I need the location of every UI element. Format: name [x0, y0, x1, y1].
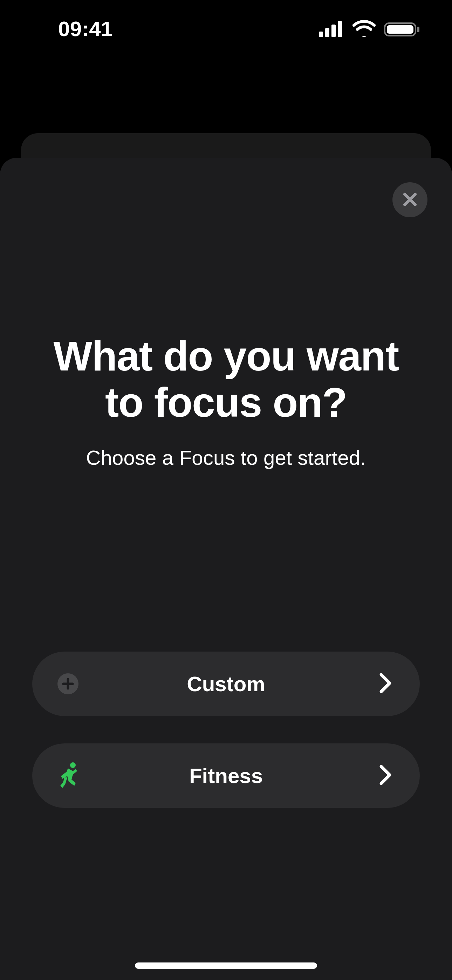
close-button[interactable] [392, 182, 428, 217]
svg-point-7 [70, 762, 76, 768]
focus-setup-sheet: What do you want to focus on? Choose a F… [0, 158, 452, 980]
chevron-right-icon [379, 673, 392, 695]
status-indicators [319, 20, 420, 37]
focus-options-list: Custom Fitness [32, 652, 420, 808]
battery-icon [384, 20, 420, 37]
focus-option-label: Custom [187, 672, 265, 696]
page-subtitle: Choose a Focus to get started. [32, 446, 420, 469]
svg-rect-1 [325, 28, 329, 37]
focus-option-fitness[interactable]: Fitness [32, 743, 420, 808]
status-time: 09:41 [58, 17, 113, 41]
svg-rect-2 [331, 24, 336, 37]
focus-option-label: Fitness [189, 764, 263, 788]
svg-rect-6 [417, 27, 419, 32]
svg-rect-3 [338, 21, 342, 37]
svg-rect-5 [387, 25, 414, 33]
svg-rect-0 [319, 32, 323, 37]
focus-option-custom[interactable]: Custom [32, 652, 420, 716]
page-title: What do you want to focus on? [32, 333, 420, 425]
status-bar: 09:41 [0, 0, 452, 56]
home-indicator[interactable] [135, 963, 317, 969]
chevron-right-icon [379, 764, 392, 787]
running-icon [57, 762, 80, 789]
close-icon [401, 191, 419, 209]
plus-circle-icon [57, 673, 78, 694]
cellular-signal-icon [319, 20, 344, 37]
wifi-icon [352, 20, 376, 37]
